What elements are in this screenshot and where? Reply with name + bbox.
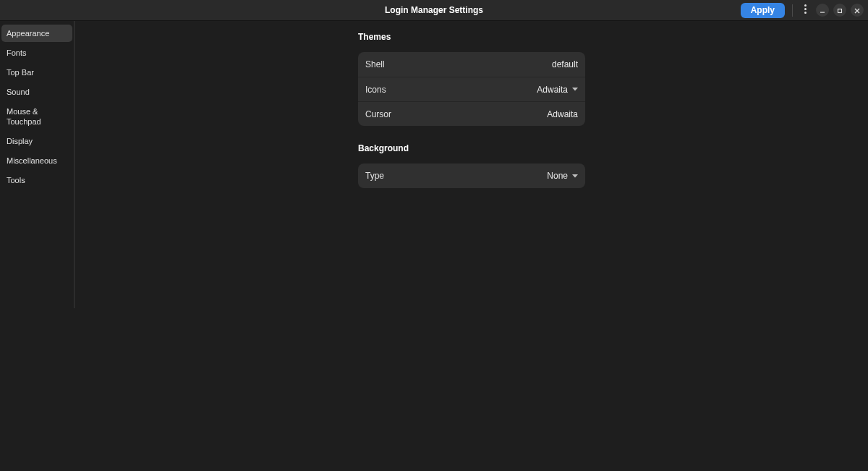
chevron-down-icon — [572, 88, 578, 91]
content-column: Themes Shell default Icons Adwaita — [358, 32, 585, 188]
svg-point-1 — [804, 8, 807, 10]
sidebar-item-appearance[interactable]: Appearance — [1, 25, 72, 42]
themes-group: Shell default Icons Adwaita Curso — [358, 52, 585, 126]
apply-button[interactable]: Apply — [741, 3, 785, 18]
row-value: Adwaita — [537, 85, 568, 95]
sidebar-item-fonts[interactable]: Fonts — [1, 44, 72, 61]
main-content: Themes Shell default Icons Adwaita — [75, 21, 868, 471]
sidebar-item-tools[interactable]: Tools — [1, 171, 72, 189]
row-value: default — [552, 59, 578, 69]
svg-point-0 — [804, 4, 807, 7]
more-icon — [804, 4, 807, 17]
menu-button[interactable] — [799, 3, 812, 17]
row-label: Type — [365, 171, 384, 181]
sidebar-item-miscellaneous[interactable]: Miscellaneous — [1, 152, 72, 169]
svg-rect-3 — [820, 12, 825, 13]
background-section-title: Background — [358, 143, 585, 153]
titlebar: Login Manager Settings Apply — [0, 0, 868, 21]
sidebar-item-mouse-touchpad[interactable]: Mouse & Touchpad — [1, 103, 72, 130]
row-label: Shell — [365, 59, 385, 69]
themes-row-icons[interactable]: Icons Adwaita — [358, 77, 585, 101]
svg-point-2 — [804, 12, 807, 14]
minimize-button[interactable] — [816, 4, 829, 17]
sidebar-item-sound[interactable]: Sound — [1, 83, 72, 101]
row-value: None — [547, 171, 568, 181]
background-row-type[interactable]: Type None — [358, 164, 585, 188]
window-title: Login Manager Settings — [385, 5, 483, 15]
minimize-icon — [820, 4, 825, 17]
close-icon — [854, 4, 860, 17]
row-value-wrap: Adwaita — [547, 109, 578, 119]
sidebar-item-top-bar[interactable]: Top Bar — [1, 64, 72, 81]
themes-row-cursor[interactable]: Cursor Adwaita — [358, 101, 585, 126]
maximize-button[interactable] — [833, 4, 846, 17]
chevron-down-icon — [572, 174, 578, 178]
row-value-wrap: Adwaita — [537, 85, 578, 95]
row-value-wrap: None — [547, 171, 578, 181]
sidebar-item-display[interactable]: Display — [1, 132, 72, 150]
row-value: Adwaita — [547, 109, 578, 119]
header-actions: Apply — [741, 3, 864, 18]
row-label: Icons — [365, 85, 386, 95]
row-value-wrap: default — [552, 59, 578, 69]
header-separator — [792, 4, 793, 17]
background-group: Type None — [358, 164, 585, 188]
sidebar: Appearance Fonts Top Bar Sound Mouse & T… — [0, 21, 75, 308]
close-button[interactable] — [851, 4, 864, 17]
maximize-icon — [837, 4, 843, 17]
themes-row-shell[interactable]: Shell default — [358, 52, 585, 77]
row-label: Cursor — [365, 109, 391, 119]
themes-section-title: Themes — [358, 32, 585, 42]
svg-rect-4 — [838, 9, 842, 13]
body: Appearance Fonts Top Bar Sound Mouse & T… — [0, 21, 868, 471]
